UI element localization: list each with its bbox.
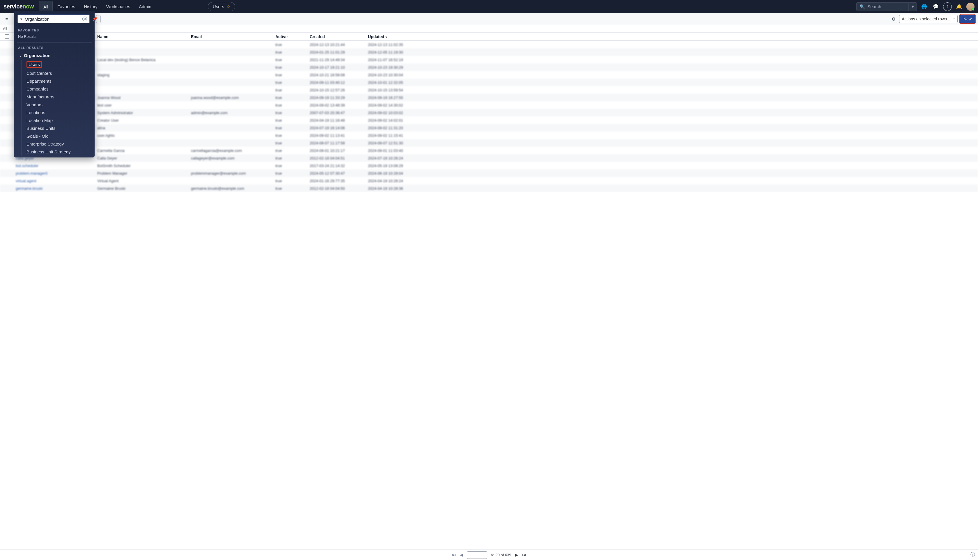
table-row[interactable]: user.rightstrue2024-09-02 11:13:412024-0… (0, 132, 978, 139)
nav-tab-all[interactable]: All (39, 1, 53, 13)
table-row[interactable]: alinatrue2024-07-19 16:14:062024-08-02 1… (0, 124, 978, 132)
star-icon[interactable]: ☆ (227, 4, 230, 9)
table-row[interactable]: calla.geyerCalla Geyercallageyer@example… (0, 154, 978, 162)
list-toolbar: ≡ ⚙ Actions on selected rows... New (0, 13, 978, 25)
column-header-active[interactable]: Active (274, 34, 308, 39)
nav-tab-favorites[interactable]: Favorites (53, 1, 80, 12)
hamburger-icon[interactable]: ≡ (3, 17, 10, 22)
table-row[interactable]: true2024-12-13 10:21:442024-12-13 11:02:… (0, 41, 978, 48)
filter-input-wrap[interactable]: ▾ ✕ (17, 15, 90, 23)
clear-filter-icon[interactable]: ✕ (82, 17, 87, 21)
table-row[interactable]: Joanna Woodjoanna.wood@example.comtrue20… (0, 94, 978, 101)
logo[interactable]: servicenow (3, 3, 34, 10)
top-nav-bar: servicenow All Favorites History Workspa… (0, 0, 978, 13)
tree-parent-organization[interactable]: ⌄ Organization (17, 51, 95, 60)
chat-icon[interactable]: 💬 (931, 2, 940, 11)
table-row[interactable]: true2024-01-25 11:01:292024-12-05 11:19:… (0, 48, 978, 56)
table-row[interactable]: Creator Usertrue2024-04-19 11:16:482024-… (0, 117, 978, 124)
new-button[interactable]: New (960, 15, 975, 23)
top-bar-right: 🔍 Search ▾ 🌐 💬 ? 🔔 (856, 2, 975, 11)
breadcrumb-all[interactable]: All (3, 27, 7, 31)
table-row[interactable]: stagingtrue2024-10-21 18:58:082024-10-23… (0, 71, 978, 78)
tree-item-companies[interactable]: Companies (22, 85, 95, 93)
breadcrumb-bar: All 🔍 (0, 25, 978, 33)
nav-tab-admin[interactable]: Admin (135, 1, 155, 12)
help-icon[interactable]: ? (943, 2, 952, 11)
search-dropdown-button[interactable]: ▾ (909, 2, 917, 11)
breadcrumb-pill[interactable]: Users ☆ (208, 2, 235, 12)
tree-item-enterprise-strategy[interactable]: Enterprise Strategy (22, 140, 95, 148)
filter-input[interactable] (25, 17, 80, 22)
tree-item-location-map[interactable]: Location Map (22, 117, 95, 124)
tree-item-cost-centers[interactable]: Cost Centers (22, 69, 95, 77)
search-icon: 🔍 (860, 4, 865, 9)
tree-item-users[interactable]: Users (22, 60, 95, 69)
table-body: true2024-12-13 10:21:442024-12-13 11:02:… (0, 41, 978, 192)
tree-item-business-units[interactable]: Business Units (22, 124, 95, 132)
table-row[interactable]: Carmella Garciacarmellagarcia@example.co… (0, 147, 978, 154)
globe-icon[interactable]: 🌐 (920, 2, 928, 11)
bell-icon[interactable]: 🔔 (955, 2, 963, 11)
table-row[interactable]: true2024-08-07 11:17:582024-08-07 12:51:… (0, 139, 978, 147)
tree-item-business-unit-strategy[interactable]: Business Unit Strategy (22, 148, 95, 156)
search-placeholder: Search (867, 4, 881, 9)
breadcrumb-label: Users (213, 4, 224, 9)
table-row[interactable]: bot.schedulerBotSmith Schedulertrue2017-… (0, 162, 978, 169)
nav-tab-workspaces[interactable]: Workspaces (102, 1, 134, 12)
funnel-icon: ▾ (20, 17, 22, 21)
column-header-email[interactable]: Email (190, 34, 274, 39)
pin-icon[interactable]: 📌 (92, 16, 98, 22)
nav-tab-history[interactable]: History (80, 1, 102, 12)
tree-item-manufacturers[interactable]: Manufacturers (22, 93, 95, 101)
tree-item-departments[interactable]: Departments (22, 77, 95, 85)
table-row[interactable]: germaine.bruskiGermaine Bruskigermaine.b… (0, 185, 978, 192)
table-row[interactable]: problem.manager0Problem Managerproblemma… (0, 169, 978, 177)
nav-tabs: All Favorites History Workspaces Admin (39, 1, 155, 13)
chevron-down-icon: ⌄ (19, 53, 22, 58)
table-header-row: Name Email Active Created Updated (0, 33, 978, 41)
column-header-created[interactable]: Created (308, 34, 367, 39)
select-all-checkbox[interactable] (5, 34, 9, 39)
results-tree: ⌄ Organization UsersCost CentersDepartme… (14, 51, 95, 156)
all-results-section-label: ALL RESULTS (14, 43, 95, 51)
table-area: Name Email Active Created Updated true20… (0, 33, 978, 192)
table-row[interactable]: virtual.agentVirtual Agenttrue2024-01-16… (0, 177, 978, 185)
table-row[interactable]: Local dev (testing) Bence Belanicatrue20… (0, 56, 978, 63)
favorites-no-results: No Results (14, 33, 95, 42)
tree-item-goals---old[interactable]: Goals - Old (22, 132, 95, 140)
tree-item-locations[interactable]: Locations (22, 108, 95, 117)
column-header-name[interactable]: Name (96, 34, 190, 39)
table-row[interactable]: true2024-10-17 19:21:102024-10-23 19:30:… (0, 63, 978, 71)
table-row[interactable]: true2024-09-11 03:40:122024-10-01 12:32:… (0, 78, 978, 86)
tree-item-vendors[interactable]: Vendors (22, 101, 95, 108)
table-row[interactable]: System Administratoradmin@example.comtru… (0, 109, 978, 117)
global-search[interactable]: 🔍 Search (856, 2, 909, 11)
table-row[interactable]: test usertrue2024-09-02 13:48:392024-09-… (0, 101, 978, 109)
avatar[interactable] (966, 3, 975, 11)
favorites-section-label: FAVORITES (14, 26, 95, 33)
filter-navigator-panel: ▾ ✕ 📌 FAVORITES No Results ALL RESULTS ⌄… (14, 11, 95, 157)
tree-children: UsersCost CentersDepartmentsCompaniesMan… (22, 60, 95, 156)
table-row[interactable]: true2024-10-15 12:57:262024-10-15 13:59:… (0, 86, 978, 94)
actions-dropdown[interactable]: Actions on selected rows... (899, 15, 958, 23)
column-header-updated[interactable]: Updated (367, 34, 424, 39)
gear-icon[interactable]: ⚙ (890, 15, 897, 23)
